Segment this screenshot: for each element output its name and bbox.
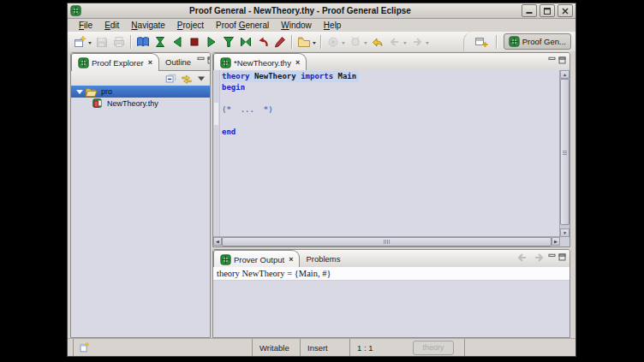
minimize-view-button[interactable] [197,56,205,64]
menubar: FileEditNavigateProjectProof GeneralWind… [68,19,575,32]
status-separator [464,339,465,356]
tree-item-newtheory-thy[interactable]: NewTheory.thy [71,98,210,110]
explorer-tab-proof-explorer[interactable]: Proof Explorer× [71,53,159,71]
menu-project[interactable]: Project [171,20,210,31]
window-maximize-button[interactable] [540,4,555,17]
code-area[interactable]: theory NewTheory imports Mainbegin (* ..… [222,71,559,236]
mark-proof-button[interactable] [271,33,289,50]
explorer-tab-outline[interactable]: Outline [159,54,197,70]
horizontal-scrollbar[interactable]: ◀ ▶ [213,236,560,246]
new-wizard-button[interactable] [71,33,93,50]
gold-back-arrow-icon [371,35,385,49]
maximize-view-button[interactable] [558,56,566,64]
pg-window-icon [70,5,81,16]
link-editor-icon [181,73,193,85]
menu-file[interactable]: File [73,20,98,31]
open-perspective-icon [474,35,488,49]
annotation-ruler [213,70,220,237]
nav-back-icon [388,35,402,49]
editor-tab--newtheory-thy[interactable]: *NewTheory.thy× [213,53,307,71]
window-minimize-button[interactable] [522,4,537,17]
console-tab-problems[interactable]: Problems [300,251,346,267]
console-back-button [516,251,529,264]
toolbar-separator [291,35,293,49]
status-writable: Writable [252,339,300,356]
open-perspective-button[interactable] [473,33,490,50]
minimize-view-button[interactable] [548,56,556,64]
theory-toggle-button: theory [413,341,454,355]
tree-item-pro[interactable]: pro [71,86,210,98]
link-with-editor-button[interactable] [181,73,193,85]
view-menu-button[interactable] [197,74,206,82]
menu-help[interactable]: Help [318,20,348,31]
close-icon[interactable]: × [295,59,300,67]
undo-step-button[interactable] [169,33,186,50]
console-body[interactable]: theory NewTheory = {Main, #} [213,267,569,337]
last-edit-location-button[interactable] [369,33,386,50]
window-maximize-icon [544,8,551,15]
code-line-4: (* ... *) [222,104,559,116]
menu-edit[interactable]: Edit [98,20,125,31]
menu-window[interactable]: Window [275,20,318,31]
open-file-button[interactable] [295,33,318,50]
vertical-scroll-thumb[interactable] [560,79,569,225]
window-close-icon [562,8,569,15]
project-tree[interactable]: proNewTheory.thy [71,86,210,337]
scroll-left-icon[interactable]: ◀ [213,237,222,246]
tree-item-label: NewTheory.thy [107,99,158,108]
pg-icon [509,36,520,47]
goto-target-button[interactable] [220,33,237,50]
collapse-all-button[interactable] [164,73,176,85]
dropdown-arrow-icon [313,42,316,46]
vertical-scrollbar[interactable]: ▲ ▼ [559,70,569,237]
red-undo-arrow-icon [256,35,270,49]
maximize-view-button[interactable] [558,253,566,261]
run-tool-icon [326,35,340,49]
prover-output-view: Prover Output×Problems theory NewTheory … [212,249,570,338]
close-icon[interactable]: × [289,256,293,264]
process-to-end-button[interactable] [237,33,254,50]
next-step-button[interactable] [203,33,220,50]
back-history-button [386,33,408,50]
undo-all-button[interactable] [254,33,271,50]
collapse-all-icon [164,73,176,85]
horizontal-scroll-thumb[interactable] [222,237,552,246]
status-insert-mode: Insert [300,339,349,356]
save-icon [95,35,109,49]
code-line-1: theory NewTheory imports Main [222,71,559,82]
console-tab-prover-output[interactable]: Prover Output× [213,250,300,268]
close-icon[interactable]: × [148,59,152,67]
window-close-button[interactable] [558,4,573,17]
scroll-down-icon[interactable]: ▼ [560,228,569,237]
fast-view-bar[interactable] [73,339,90,356]
nav-back-icon [516,251,529,264]
open-definition-button[interactable] [134,33,152,50]
restart-prover-button[interactable] [152,33,169,50]
proof-explorer-view: Proof Explorer×Outline proNewTheory.thy [70,52,211,338]
nav-forward-icon [410,35,424,49]
open-folder-icon [85,86,98,98]
proof-general-perspective-button[interactable]: Proof Gen... [504,33,571,50]
dropdown-arrow-icon [364,42,367,46]
red-pen-icon [273,35,287,49]
tree-item-label: pro [101,87,112,96]
window-minimize-icon [526,8,533,15]
console-tabbar: Prover Output×Problems [213,250,569,268]
green-left-triangle-icon [170,35,184,49]
statusbar: Writable Insert 1 : 1 theory [68,338,575,356]
nav-forward-icon [532,251,546,264]
menu-navigate[interactable]: Navigate [125,20,170,31]
scroll-right-icon[interactable]: ▶ [552,237,560,246]
toolbar: Proof Gen... [68,32,575,52]
red-stop-icon [188,35,201,49]
pg-icon [220,57,231,68]
scroll-up-icon[interactable]: ▲ [560,70,569,79]
interrupt-button[interactable] [186,33,203,50]
eclipse-window: Proof General - NewTheory.thy - Proof Ge… [67,3,576,357]
menu-proof-general[interactable]: Proof General [210,20,275,31]
tab-label: Problems [306,254,340,264]
minimize-view-button[interactable] [548,253,556,261]
green-funnel-icon [222,35,236,49]
expander-icon[interactable] [75,86,85,98]
code-line-5 [222,116,559,127]
